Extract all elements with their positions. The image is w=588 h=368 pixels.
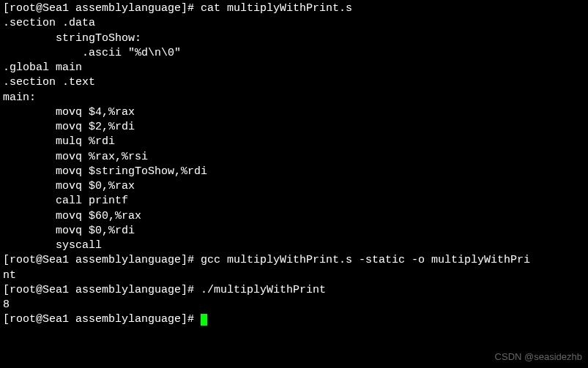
cat-output-line: movq $stringToShow,%rdi (3, 165, 585, 179)
gcc-command-part1: gcc multiplyWithPrint.s -static -o multi… (201, 254, 530, 266)
terminal-line-command-gcc: [root@Sea1 assemblylanguage]# gcc multip… (3, 253, 585, 268)
prompt: [root@Sea1 assemblylanguage]# (3, 254, 201, 266)
cat-output-line: movq $60,%rax (3, 209, 585, 224)
prompt: [root@Sea1 assemblylanguage]# (3, 284, 201, 296)
cat-output-line: .section .text (3, 75, 585, 90)
cat-output-line: movq %rax,%rsi (3, 150, 585, 165)
program-output: 8 (3, 298, 585, 312)
cat-output-line: movq $2,%rdi (3, 120, 585, 135)
cat-output-line: movq $4,%rax (3, 105, 585, 120)
cat-output-line: call printf (3, 194, 585, 209)
prompt: [root@Sea1 assemblylanguage]# (3, 313, 201, 326)
run-command: ./multiplyWithPrint (201, 284, 326, 296)
gcc-command-part2: nt (3, 269, 585, 283)
terminal-line-command-run: [root@Sea1 assemblylanguage]# ./multiply… (3, 283, 585, 298)
watermark-text: CSDN @seasidezhb (495, 350, 582, 364)
cat-output-line: movq $0,%rdi (3, 224, 585, 239)
cat-output-line: main: (3, 91, 585, 105)
terminal-line-command-cat: [root@Sea1 assemblylanguage]# cat multip… (3, 1, 585, 16)
cat-output-line: .global main (3, 61, 585, 75)
cat-output-line: mulq %rdi (3, 135, 585, 149)
terminal-line-active-prompt[interactable]: [root@Sea1 assemblylanguage]# (3, 312, 585, 327)
cat-output-line: .ascii "%d\n\0" (3, 46, 585, 61)
cat-output-line: movq $0,%rax (3, 179, 585, 194)
cursor-block (201, 314, 207, 326)
prompt: [root@Sea1 assemblylanguage]# (3, 2, 201, 15)
cat-command: cat multiplyWithPrint.s (201, 2, 352, 15)
cat-output-line: stringToShow: (3, 31, 585, 46)
cat-output-line: .section .data (3, 16, 585, 31)
cat-output-line: syscall (3, 239, 585, 253)
